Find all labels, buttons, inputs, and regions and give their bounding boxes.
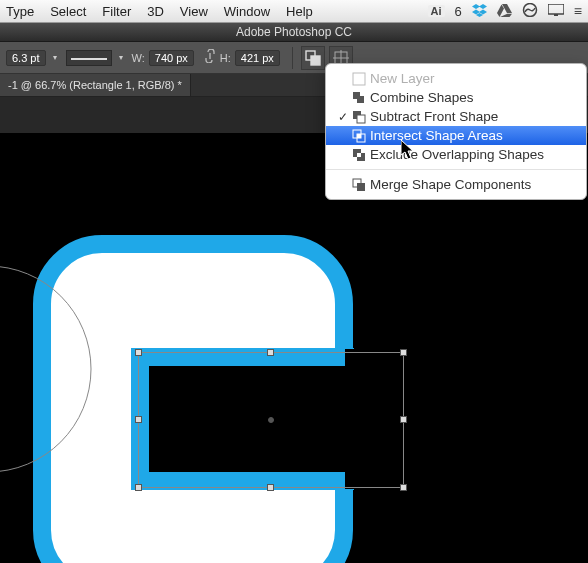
ai-status-icon[interactable]: Ai [428, 5, 445, 17]
menu-help[interactable]: Help [286, 4, 313, 19]
path-operations-menu: New Layer Combine Shapes ✓ Subtract Fron… [325, 63, 587, 200]
app-title: Adobe Photoshop CC [236, 25, 352, 39]
subtract-front-shape-icon [350, 110, 368, 124]
menu-view[interactable]: View [180, 4, 208, 19]
menu-window[interactable]: Window [224, 4, 270, 19]
stroke-width-field[interactable]: 6.3 pt [6, 50, 46, 66]
display-icon[interactable] [548, 4, 564, 18]
menu-3d[interactable]: 3D [147, 4, 164, 19]
stroke-style-picker[interactable] [66, 50, 112, 66]
stroke-style-dropdown-icon[interactable]: ▾ [116, 51, 126, 65]
menu-item-new-layer: New Layer [326, 69, 586, 88]
width-field[interactable]: 740 px [149, 50, 194, 66]
menu-item-combine-shapes[interactable]: Combine Shapes [326, 88, 586, 107]
cc-icon[interactable] [522, 3, 538, 19]
transform-bounding-box[interactable] [138, 352, 404, 488]
intersect-shape-areas-icon [350, 129, 368, 143]
svg-rect-12 [353, 73, 365, 85]
status-number: 6 [455, 4, 462, 19]
options-divider [292, 47, 293, 69]
dropbox-icon[interactable] [472, 4, 487, 19]
checkmark-icon: ✓ [336, 110, 350, 124]
gdrive-icon[interactable] [497, 4, 512, 19]
menu-type[interactable]: Type [6, 4, 34, 19]
combine-shapes-icon [350, 91, 368, 105]
stroke-width-dropdown-icon[interactable]: ▾ [50, 51, 60, 65]
menu-item-label: New Layer [370, 71, 435, 86]
menubar-status-area: Ai 6 ≡ [428, 3, 582, 19]
menu-item-exclude-overlapping-shapes[interactable]: Exclude Overlapping Shapes [326, 145, 586, 164]
document-tab[interactable]: -1 @ 66.7% (Rectangle 1, RGB/8) * [0, 74, 191, 96]
link-wh-icon[interactable] [204, 49, 216, 66]
menu-separator [326, 169, 586, 170]
svg-rect-1 [548, 4, 564, 14]
svg-rect-4 [311, 56, 320, 65]
document-tab-title: -1 @ 66.7% (Rectangle 1, RGB/8) * [8, 79, 182, 91]
merge-shape-components-icon [350, 178, 368, 192]
svg-rect-17 [357, 134, 361, 138]
height-label: H: [220, 52, 231, 64]
mac-menubar: Type Select Filter 3D View Window Help A… [0, 0, 588, 23]
menu-select[interactable]: Select [50, 4, 86, 19]
menu-filter[interactable]: Filter [102, 4, 131, 19]
menu-item-merge-shape-components[interactable]: Merge Shape Components [326, 175, 586, 194]
menu-item-intersect-shape-areas[interactable]: Intersect Shape Areas [326, 126, 586, 145]
app-titlebar: Adobe Photoshop CC [0, 23, 588, 42]
new-layer-icon [350, 72, 368, 86]
width-label: W: [132, 52, 145, 64]
height-field[interactable]: 421 px [235, 50, 280, 66]
menu-item-subtract-front-shape[interactable]: ✓ Subtract Front Shape [326, 107, 586, 126]
svg-rect-19 [357, 183, 365, 191]
svg-rect-14 [357, 115, 365, 123]
menu-extra-icon[interactable]: ≡ [574, 4, 582, 18]
svg-rect-2 [554, 14, 558, 16]
exclude-overlapping-shapes-icon [350, 148, 368, 162]
path-operations-button[interactable] [301, 46, 325, 70]
